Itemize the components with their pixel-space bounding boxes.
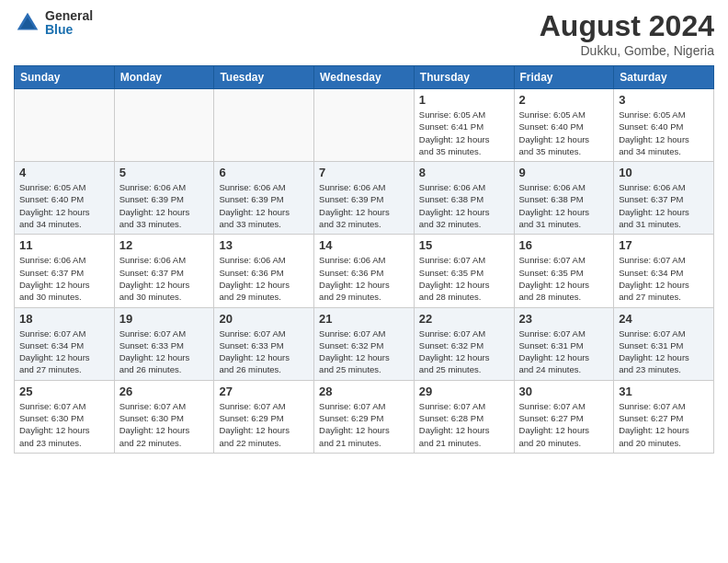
table-row: 15Sunrise: 6:07 AM Sunset: 6:35 PM Dayli… bbox=[414, 235, 514, 307]
day-info: Sunrise: 6:06 AM Sunset: 6:36 PM Dayligh… bbox=[319, 254, 409, 303]
col-saturday: Saturday bbox=[614, 66, 714, 89]
day-number: 13 bbox=[219, 238, 309, 252]
day-number: 30 bbox=[519, 385, 609, 398]
table-row: 4Sunrise: 6:05 AM Sunset: 6:40 PM Daylig… bbox=[15, 162, 115, 235]
table-row: 21Sunrise: 6:07 AM Sunset: 6:32 PM Dayli… bbox=[314, 307, 415, 380]
day-number: 28 bbox=[319, 385, 409, 398]
table-row: 31Sunrise: 6:07 AM Sunset: 6:27 PM Dayli… bbox=[614, 380, 714, 453]
day-info: Sunrise: 6:07 AM Sunset: 6:34 PM Dayligh… bbox=[19, 327, 109, 376]
header: General Blue August 2024 Dukku, Gombe, N… bbox=[14, 9, 714, 58]
table-row: 6Sunrise: 6:06 AM Sunset: 6:39 PM Daylig… bbox=[214, 162, 314, 235]
day-info: Sunrise: 6:06 AM Sunset: 6:39 PM Dayligh… bbox=[319, 181, 409, 230]
day-info: Sunrise: 6:07 AM Sunset: 6:29 PM Dayligh… bbox=[319, 400, 409, 449]
table-row bbox=[15, 89, 115, 162]
day-info: Sunrise: 6:07 AM Sunset: 6:33 PM Dayligh… bbox=[219, 327, 309, 376]
table-row: 27Sunrise: 6:07 AM Sunset: 6:29 PM Dayli… bbox=[214, 380, 314, 453]
page-container: General Blue August 2024 Dukku, Gombe, N… bbox=[0, 0, 728, 463]
day-number: 17 bbox=[619, 238, 709, 252]
day-info: Sunrise: 6:05 AM Sunset: 6:40 PM Dayligh… bbox=[619, 109, 709, 157]
day-info: Sunrise: 6:06 AM Sunset: 6:37 PM Dayligh… bbox=[19, 254, 109, 303]
logo-blue: Blue bbox=[45, 23, 93, 37]
day-number: 19 bbox=[119, 312, 210, 326]
table-row: 24Sunrise: 6:07 AM Sunset: 6:31 PM Dayli… bbox=[614, 307, 714, 380]
day-number: 18 bbox=[19, 312, 109, 326]
day-number: 24 bbox=[619, 312, 709, 326]
day-number: 14 bbox=[319, 238, 409, 252]
table-row: 8Sunrise: 6:06 AM Sunset: 6:38 PM Daylig… bbox=[414, 162, 514, 235]
table-row: 9Sunrise: 6:06 AM Sunset: 6:38 PM Daylig… bbox=[514, 162, 614, 235]
day-number: 21 bbox=[319, 312, 409, 326]
day-number: 20 bbox=[219, 312, 309, 326]
table-row: 1Sunrise: 6:05 AM Sunset: 6:41 PM Daylig… bbox=[414, 89, 514, 162]
logo-text: General Blue bbox=[45, 9, 93, 38]
day-number: 8 bbox=[419, 166, 509, 179]
table-row: 3Sunrise: 6:05 AM Sunset: 6:40 PM Daylig… bbox=[614, 89, 714, 162]
day-info: Sunrise: 6:06 AM Sunset: 6:37 PM Dayligh… bbox=[119, 254, 210, 303]
calendar-header-row: Sunday Monday Tuesday Wednesday Thursday… bbox=[15, 66, 714, 89]
day-info: Sunrise: 6:07 AM Sunset: 6:34 PM Dayligh… bbox=[619, 254, 709, 303]
col-sunday: Sunday bbox=[15, 66, 115, 89]
day-info: Sunrise: 6:07 AM Sunset: 6:30 PM Dayligh… bbox=[19, 400, 109, 449]
table-row: 2Sunrise: 6:05 AM Sunset: 6:40 PM Daylig… bbox=[514, 89, 614, 162]
calendar-week-row: 4Sunrise: 6:05 AM Sunset: 6:40 PM Daylig… bbox=[15, 162, 714, 235]
table-row: 18Sunrise: 6:07 AM Sunset: 6:34 PM Dayli… bbox=[15, 307, 115, 380]
day-info: Sunrise: 6:07 AM Sunset: 6:35 PM Dayligh… bbox=[419, 254, 509, 303]
day-info: Sunrise: 6:06 AM Sunset: 6:38 PM Dayligh… bbox=[519, 181, 609, 230]
day-info: Sunrise: 6:07 AM Sunset: 6:33 PM Dayligh… bbox=[119, 327, 210, 376]
table-row: 5Sunrise: 6:06 AM Sunset: 6:39 PM Daylig… bbox=[114, 162, 214, 235]
day-info: Sunrise: 6:07 AM Sunset: 6:35 PM Dayligh… bbox=[519, 254, 609, 303]
day-number: 3 bbox=[619, 93, 709, 107]
table-row: 12Sunrise: 6:06 AM Sunset: 6:37 PM Dayli… bbox=[114, 235, 214, 307]
day-number: 16 bbox=[519, 238, 609, 252]
day-info: Sunrise: 6:07 AM Sunset: 6:27 PM Dayligh… bbox=[619, 400, 709, 449]
table-row: 7Sunrise: 6:06 AM Sunset: 6:39 PM Daylig… bbox=[314, 162, 415, 235]
day-number: 26 bbox=[119, 385, 210, 398]
day-number: 10 bbox=[619, 166, 709, 179]
table-row: 30Sunrise: 6:07 AM Sunset: 6:27 PM Dayli… bbox=[514, 380, 614, 453]
logo: General Blue bbox=[14, 9, 93, 38]
table-row: 23Sunrise: 6:07 AM Sunset: 6:31 PM Dayli… bbox=[514, 307, 614, 380]
table-row: 16Sunrise: 6:07 AM Sunset: 6:35 PM Dayli… bbox=[514, 235, 614, 307]
day-number: 27 bbox=[219, 385, 309, 398]
day-number: 12 bbox=[119, 238, 210, 252]
table-row: 20Sunrise: 6:07 AM Sunset: 6:33 PM Dayli… bbox=[214, 307, 314, 380]
day-number: 11 bbox=[19, 238, 109, 252]
calendar-week-row: 25Sunrise: 6:07 AM Sunset: 6:30 PM Dayli… bbox=[15, 380, 714, 453]
day-number: 7 bbox=[319, 166, 409, 179]
day-info: Sunrise: 6:05 AM Sunset: 6:40 PM Dayligh… bbox=[19, 181, 109, 230]
day-info: Sunrise: 6:07 AM Sunset: 6:27 PM Dayligh… bbox=[519, 400, 609, 449]
day-number: 31 bbox=[619, 385, 709, 398]
day-number: 1 bbox=[419, 93, 509, 107]
table-row: 19Sunrise: 6:07 AM Sunset: 6:33 PM Dayli… bbox=[114, 307, 214, 380]
table-row: 25Sunrise: 6:07 AM Sunset: 6:30 PM Dayli… bbox=[15, 380, 115, 453]
col-monday: Monday bbox=[114, 66, 214, 89]
table-row: 28Sunrise: 6:07 AM Sunset: 6:29 PM Dayli… bbox=[314, 380, 415, 453]
calendar-week-row: 1Sunrise: 6:05 AM Sunset: 6:41 PM Daylig… bbox=[15, 89, 714, 162]
day-number: 15 bbox=[419, 238, 509, 252]
table-row: 22Sunrise: 6:07 AM Sunset: 6:32 PM Dayli… bbox=[414, 307, 514, 380]
location: Dukku, Gombe, Nigeria bbox=[540, 43, 714, 58]
col-tuesday: Tuesday bbox=[214, 66, 314, 89]
day-number: 29 bbox=[419, 385, 509, 398]
day-number: 22 bbox=[419, 312, 509, 326]
day-info: Sunrise: 6:07 AM Sunset: 6:28 PM Dayligh… bbox=[419, 400, 509, 449]
day-info: Sunrise: 6:05 AM Sunset: 6:40 PM Dayligh… bbox=[519, 109, 609, 157]
table-row: 26Sunrise: 6:07 AM Sunset: 6:30 PM Dayli… bbox=[114, 380, 214, 453]
day-info: Sunrise: 6:07 AM Sunset: 6:31 PM Dayligh… bbox=[619, 327, 709, 376]
table-row: 11Sunrise: 6:06 AM Sunset: 6:37 PM Dayli… bbox=[15, 235, 115, 307]
day-number: 4 bbox=[19, 166, 109, 179]
day-info: Sunrise: 6:05 AM Sunset: 6:41 PM Dayligh… bbox=[419, 109, 509, 157]
table-row: 10Sunrise: 6:06 AM Sunset: 6:37 PM Dayli… bbox=[614, 162, 714, 235]
table-row: 17Sunrise: 6:07 AM Sunset: 6:34 PM Dayli… bbox=[614, 235, 714, 307]
day-number: 6 bbox=[219, 166, 309, 179]
day-info: Sunrise: 6:07 AM Sunset: 6:31 PM Dayligh… bbox=[519, 327, 609, 376]
calendar-week-row: 18Sunrise: 6:07 AM Sunset: 6:34 PM Dayli… bbox=[15, 307, 714, 380]
col-friday: Friday bbox=[514, 66, 614, 89]
day-number: 5 bbox=[119, 166, 210, 179]
table-row: 13Sunrise: 6:06 AM Sunset: 6:36 PM Dayli… bbox=[214, 235, 314, 307]
day-info: Sunrise: 6:07 AM Sunset: 6:32 PM Dayligh… bbox=[319, 327, 409, 376]
logo-general: General bbox=[45, 9, 93, 23]
day-number: 9 bbox=[519, 166, 609, 179]
day-info: Sunrise: 6:07 AM Sunset: 6:30 PM Dayligh… bbox=[119, 400, 210, 449]
month-year: August 2024 bbox=[540, 9, 714, 43]
